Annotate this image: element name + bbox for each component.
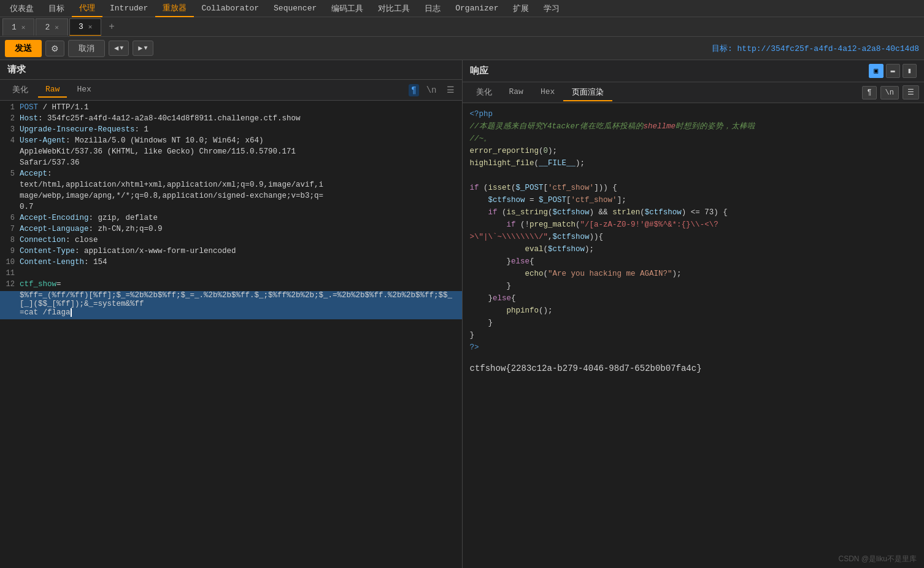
php-line-4: error_reporting(0); xyxy=(470,145,917,157)
tab-1-close[interactable]: ✕ xyxy=(21,23,26,31)
request-line-4: 4 User-Agent: Mozilla/5.0 (Windows NT 10… xyxy=(0,136,462,147)
nav-learn[interactable]: 学习 xyxy=(536,1,567,17)
main-content: 请求 美化 Raw Hex ¶ \n ☰ 1 POST / HTTP/1.1 2… xyxy=(0,60,924,568)
request-line-payload: $%ff=_(%ff/%ff)[%ff];$_=%2b%2b$%ff;$_=_.… xyxy=(0,291,462,308)
request-line-payload-end: =cat /flaga​ xyxy=(0,308,462,319)
response-newline-icon[interactable]: \n xyxy=(880,86,899,99)
request-line-5b: text/html,application/xhtml+xml,applicat… xyxy=(0,181,462,192)
top-nav: 仪表盘 目标 代理 Intruder 重放器 Collaborator Sequ… xyxy=(0,0,924,17)
chevron-down-icon-2: ▼ xyxy=(144,45,147,52)
menu-icon[interactable]: ☰ xyxy=(444,84,457,96)
response-tab-hex[interactable]: Hex xyxy=(532,85,563,100)
request-line-2: 2 Host: 354fc25f-a4fd-4a12-a2a8-40c14d8f… xyxy=(0,114,462,125)
chevron-left-icon: ◀ xyxy=(114,44,118,53)
php-line-16: phpinfo(); xyxy=(470,305,917,317)
request-line-12: 12 ctf_show= xyxy=(0,280,462,291)
nav-proxy[interactable]: 代理 xyxy=(72,0,102,17)
response-tab-render[interactable]: 页面渲染 xyxy=(563,84,612,101)
nav-dashboard[interactable]: 仪表盘 xyxy=(2,1,41,17)
nav-sequencer[interactable]: Sequencer xyxy=(266,1,324,15)
send-button[interactable]: 发送 xyxy=(5,40,42,57)
request-line-4b: AppleWebKit/537.36 (KHTML, like Gecko) C… xyxy=(0,147,462,158)
php-blank-1 xyxy=(470,169,917,182)
view-toggle: ▣ ▬ ▮ xyxy=(869,64,917,78)
response-header-bar: 响应 ▣ ▬ ▮ xyxy=(463,60,925,82)
request-line-10: 10 Content-Length: 154 xyxy=(0,258,462,269)
request-panel: 请求 美化 Raw Hex ¶ \n ☰ 1 POST / HTTP/1.1 2… xyxy=(0,60,463,568)
request-content[interactable]: 1 POST / HTTP/1.1 2 Host: 354fc25f-a4fd-… xyxy=(0,101,462,568)
response-panel: 响应 ▣ ▬ ▮ 美化 Raw Hex 页面渲染 ¶ \n ☰ <?php //… xyxy=(463,60,925,568)
paragraph-icon[interactable]: ¶ xyxy=(409,84,418,96)
tab-add-button[interactable]: + xyxy=(102,19,121,35)
php-line-10: >\"|\`~\\\\\\\\/",$ctfshow)){ xyxy=(470,231,917,243)
php-line-15: }else{ xyxy=(470,292,917,305)
nav-collaborator[interactable]: Collaborator xyxy=(194,1,266,15)
flag-output: ctfshow{2283c12a-b279-4046-98d7-652b0b07… xyxy=(470,364,917,373)
nav-logger[interactable]: 日志 xyxy=(417,1,448,17)
response-content[interactable]: <?php //本题灵感来自研究Y4tacker佬在吃瓜杯投稿的shellme时… xyxy=(463,103,925,568)
request-tab-raw[interactable]: Raw xyxy=(38,82,67,98)
request-line-7: 7 Accept-Language: zh-CN,zh;q=0.9 xyxy=(0,225,462,236)
nav-extensions[interactable]: 扩展 xyxy=(506,1,536,17)
nav-prev-button[interactable]: ◀ ▼ xyxy=(109,41,129,56)
nav-organizer[interactable]: Organizer xyxy=(448,1,506,15)
target-prefix: 目标: xyxy=(712,44,737,53)
php-line-1: <?php xyxy=(470,108,917,120)
response-menu-icon[interactable]: ☰ xyxy=(903,85,919,99)
tab-3[interactable]: 3 ✕ xyxy=(69,18,101,36)
request-line-5: 5 Accept: xyxy=(0,169,462,181)
response-tab-raw[interactable]: Raw xyxy=(501,85,532,100)
view-split-icon[interactable]: ▣ xyxy=(869,64,883,78)
watermark: CSDN @是liku不是里库 xyxy=(838,554,917,564)
target-url: http://354fc25f-a4fd-4a12-a2a8-40c14d8 xyxy=(737,44,919,53)
php-line-5: highlight_file(__FILE__); xyxy=(470,157,917,169)
php-line-17: } xyxy=(470,317,917,329)
php-line-9: if (!preg_match("/[a-zA-Z0-9!'@#$%^&*:{}… xyxy=(470,219,917,231)
request-tab-hex[interactable]: Hex xyxy=(69,82,98,98)
request-line-11: 11 xyxy=(0,269,462,280)
view-horizontal-icon[interactable]: ▬ xyxy=(886,64,900,78)
settings-button[interactable]: ⚙ xyxy=(45,41,64,56)
response-tabs: 美化 Raw Hex 页面渲染 ¶ \n ☰ xyxy=(463,82,925,103)
response-icons: ¶ \n ☰ xyxy=(862,85,919,99)
chevron-down-icon: ▼ xyxy=(120,45,123,52)
nav-comparer[interactable]: 对比工具 xyxy=(371,1,417,17)
php-line-19: ?> xyxy=(470,341,917,354)
nav-repeater[interactable]: 重放器 xyxy=(155,0,194,17)
request-line-9: 9 Content-Type: application/x-www-form-u… xyxy=(0,247,462,258)
php-line-13: echo("Are you hacking me AGAIN?"); xyxy=(470,268,917,280)
request-header: 请求 xyxy=(0,60,462,80)
tab-3-close[interactable]: ✕ xyxy=(88,23,93,31)
view-vertical-icon[interactable]: ▮ xyxy=(903,64,917,78)
request-line-8: 8 Connection: close xyxy=(0,236,462,247)
request-tab-beautify[interactable]: 美化 xyxy=(5,82,36,99)
php-line-12: }else{ xyxy=(470,255,917,268)
php-line-3: //~。 xyxy=(470,133,917,145)
request-tab-icons: ¶ \n ☰ xyxy=(409,84,456,96)
php-line-14: } xyxy=(470,280,917,292)
request-line-4c: Safari/537.36 xyxy=(0,158,462,169)
php-line-7: $ctfshow = $_POST['ctf_show']; xyxy=(470,194,917,206)
tab-2-close[interactable]: ✕ xyxy=(55,23,59,31)
newline-icon[interactable]: \n xyxy=(424,84,439,96)
tab-2[interactable]: 2 ✕ xyxy=(36,18,67,36)
response-paragraph-icon[interactable]: ¶ xyxy=(862,86,876,99)
cancel-button[interactable]: 取消 xyxy=(68,40,105,57)
target-display: 目标: http://354fc25f-a4fd-4a12-a2a8-40c14… xyxy=(712,43,919,54)
request-line-3: 3 Upgrade-Insecure-Requests: 1 xyxy=(0,125,462,136)
nav-intruder[interactable]: Intruder xyxy=(102,1,155,15)
php-line-8: if (is_string($ctfshow) && strlen($ctfsh… xyxy=(470,206,917,219)
tab-1[interactable]: 1 ✕ xyxy=(2,18,34,36)
tab-2-label: 2 xyxy=(45,23,50,32)
php-line-18: } xyxy=(470,329,917,341)
request-line-1: 1 POST / HTTP/1.1 xyxy=(0,103,462,114)
nav-decoder[interactable]: 编码工具 xyxy=(324,1,371,17)
request-line-5c: mage/webp,image/apng,*/*;q=0.8,applicati… xyxy=(0,192,462,203)
request-line-5d: 0.7 xyxy=(0,203,462,214)
tabs-bar: 1 ✕ 2 ✕ 3 ✕ + xyxy=(0,17,924,37)
request-tabs: 美化 Raw Hex ¶ \n ☰ xyxy=(0,80,462,101)
nav-next-button[interactable]: ▶ ▼ xyxy=(133,41,153,56)
response-tab-beautify[interactable]: 美化 xyxy=(468,84,501,101)
nav-target[interactable]: 目标 xyxy=(41,1,72,17)
toolbar: 发送 ⚙ 取消 ◀ ▼ ▶ ▼ 目标: http://354fc25f-a4fd… xyxy=(0,37,924,60)
